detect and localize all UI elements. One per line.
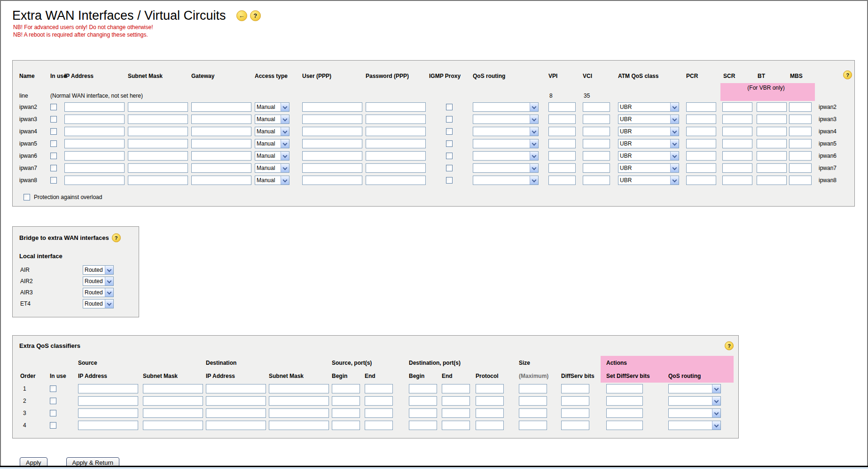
subnet-mask-input[interactable] [128, 139, 188, 148]
qos-src-subnet-input[interactable] [143, 384, 203, 393]
password-ppp-input[interactable] [366, 176, 426, 185]
qos-src-end-input[interactable] [365, 408, 393, 418]
ip-address-input[interactable] [64, 139, 125, 148]
atm-qos-class-select[interactable]: UBR [618, 176, 679, 185]
qos-dst-ip-input[interactable] [206, 384, 266, 393]
password-ppp-input[interactable] [366, 163, 426, 173]
mbs-input[interactable] [789, 127, 812, 136]
vci-input[interactable] [583, 139, 610, 148]
qos-src-end-input[interactable] [365, 384, 393, 393]
scr-input[interactable] [722, 139, 752, 148]
subnet-mask-input[interactable] [128, 102, 188, 112]
user-ppp-input[interactable] [302, 102, 362, 112]
qos-help-icon[interactable]: ? [725, 341, 734, 350]
qos-routing-select[interactable] [473, 151, 539, 161]
password-ppp-input[interactable] [366, 102, 426, 112]
vpi-input[interactable] [548, 127, 576, 136]
qos-dst-subnet-input[interactable] [269, 408, 329, 418]
scr-input[interactable] [722, 176, 752, 185]
password-ppp-input[interactable] [366, 127, 426, 136]
ip-address-input[interactable] [64, 176, 125, 185]
qos-dst-subnet-input[interactable] [269, 396, 329, 406]
apply-button[interactable]: Apply [20, 457, 47, 466]
pcr-input[interactable] [686, 176, 716, 185]
vpi-input[interactable] [548, 102, 576, 112]
in-use-checkbox[interactable] [50, 140, 57, 147]
qos-dst-begin-input[interactable] [409, 408, 437, 418]
qos-diffserv-input[interactable] [561, 421, 589, 430]
subnet-mask-input[interactable] [128, 176, 188, 185]
protection-overload-checkbox[interactable] [23, 194, 30, 200]
scr-input[interactable] [722, 163, 752, 173]
qos-dst-end-input[interactable] [442, 408, 470, 418]
qos-src-subnet-input[interactable] [143, 408, 203, 418]
qos-set-diffserv-input[interactable] [606, 396, 643, 406]
qos-size-input[interactable] [519, 408, 547, 418]
igmp-proxy-checkbox[interactable] [446, 128, 453, 135]
subnet-mask-input[interactable] [128, 127, 188, 136]
in-use-checkbox[interactable] [50, 116, 57, 123]
ip-address-input[interactable] [64, 115, 125, 124]
vpi-input[interactable] [548, 151, 576, 161]
vpi-input[interactable] [548, 176, 576, 185]
access-type-select[interactable]: Manual [255, 115, 289, 124]
scr-input[interactable] [722, 102, 752, 112]
bt-input[interactable] [757, 151, 787, 161]
atm-qos-class-select[interactable]: UBR [618, 115, 679, 124]
user-ppp-input[interactable] [302, 127, 362, 136]
mbs-input[interactable] [789, 115, 812, 124]
atm-qos-class-select[interactable]: UBR [618, 139, 679, 148]
qos-dst-begin-input[interactable] [409, 396, 437, 406]
user-ppp-input[interactable] [302, 176, 362, 185]
qos-dst-ip-input[interactable] [206, 421, 266, 430]
qos-routing-select[interactable] [473, 127, 539, 136]
password-ppp-input[interactable] [366, 151, 426, 161]
igmp-proxy-checkbox[interactable] [446, 177, 453, 184]
access-type-select[interactable]: Manual [255, 127, 289, 136]
in-use-checkbox[interactable] [50, 165, 57, 171]
mbs-input[interactable] [789, 102, 812, 112]
mbs-input[interactable] [789, 176, 812, 185]
qos-set-diffserv-input[interactable] [606, 384, 643, 393]
qos-dst-subnet-input[interactable] [269, 421, 329, 430]
pcr-input[interactable] [686, 151, 716, 161]
scr-input[interactable] [722, 115, 752, 124]
gateway-input[interactable] [191, 176, 251, 185]
qos-routing-select[interactable] [473, 139, 539, 148]
bridge-mode-select[interactable]: Routed [83, 288, 114, 297]
pcr-input[interactable] [686, 163, 716, 173]
bridge-mode-select[interactable]: Routed [83, 299, 114, 308]
atm-qos-class-select[interactable]: UBR [618, 151, 679, 161]
vci-input[interactable] [583, 163, 610, 173]
vpi-input[interactable] [548, 163, 576, 173]
help-icon[interactable]: ? [250, 10, 261, 21]
scr-input[interactable] [722, 151, 752, 161]
qos-src-ip-input[interactable] [78, 396, 138, 406]
ip-address-input[interactable] [64, 163, 125, 173]
qos-src-ip-input[interactable] [78, 408, 138, 418]
pcr-input[interactable] [686, 115, 716, 124]
vpi-input[interactable] [548, 139, 576, 148]
qos-src-subnet-input[interactable] [143, 396, 203, 406]
bt-input[interactable] [757, 163, 787, 173]
qos-routing-select[interactable] [473, 176, 539, 185]
bridge-mode-select[interactable]: Routed [83, 265, 114, 275]
qos-size-input[interactable] [519, 384, 547, 393]
gateway-input[interactable] [191, 127, 251, 136]
pcr-input[interactable] [686, 139, 716, 148]
qos-size-input[interactable] [519, 396, 547, 406]
bt-input[interactable] [757, 176, 787, 185]
user-ppp-input[interactable] [302, 115, 362, 124]
qos-dst-begin-input[interactable] [409, 421, 437, 430]
qos-routing-select[interactable] [668, 421, 721, 430]
qos-size-input[interactable] [519, 421, 547, 430]
vci-input[interactable] [583, 151, 610, 161]
atm-qos-class-select[interactable]: UBR [618, 102, 679, 112]
gateway-input[interactable] [191, 139, 251, 148]
qos-src-begin-input[interactable] [332, 421, 360, 430]
qos-in-use-checkbox[interactable] [50, 422, 56, 429]
apply-return-button[interactable]: Apply & Return [66, 457, 119, 466]
pcr-input[interactable] [686, 127, 716, 136]
igmp-proxy-checkbox[interactable] [446, 140, 453, 147]
access-type-select[interactable]: Manual [255, 102, 289, 112]
